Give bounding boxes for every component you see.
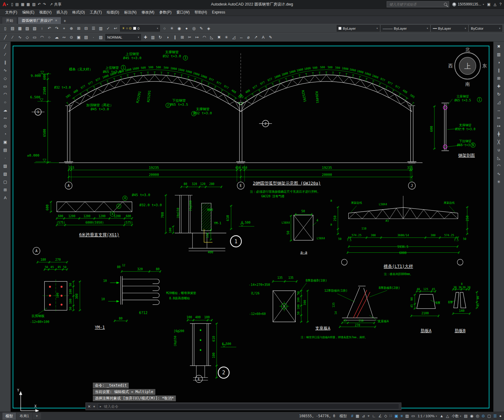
construction-line-icon[interactable]: ∕ xyxy=(2,51,9,58)
redo-icon[interactable]: ↷ xyxy=(43,2,46,6)
share-button[interactable]: ↗ 共享 xyxy=(50,2,61,7)
copy-icon[interactable]: ▥ xyxy=(150,34,156,41)
transparency-icon[interactable]: ▨ xyxy=(405,414,409,418)
revision-cloud-icon[interactable]: ☁ xyxy=(2,107,9,113)
annotation-scale-button[interactable]: 1:1 / 100% ▾ xyxy=(418,414,437,418)
new-tab-button[interactable]: + xyxy=(62,18,68,24)
menu-format[interactable]: 格式(O) xyxy=(70,9,87,16)
chamfer-icon[interactable]: ◺ xyxy=(495,155,502,161)
scale-icon[interactable]: ◿ xyxy=(495,99,502,105)
zoom-window-icon[interactable]: ⊞ xyxy=(75,25,82,32)
break-at-point-icon[interactable]: ╋ xyxy=(495,131,502,137)
make-layer-current-icon[interactable]: ✓ xyxy=(105,25,112,32)
graphics-performance-icon[interactable]: ⊙ xyxy=(482,414,485,418)
undo-icon[interactable]: ↶ xyxy=(46,25,53,32)
tab-drawing[interactable]: 圆弧钢管厂房设计* × xyxy=(18,17,61,24)
layout1-tab[interactable]: 布局1 xyxy=(17,413,32,420)
extend-icon[interactable]: ↦ xyxy=(495,123,502,129)
ellipse-arc-icon[interactable]: ◔ xyxy=(2,131,9,137)
layer-on-icon[interactable]: ○ xyxy=(161,25,168,32)
menu-tools[interactable]: 工具(T) xyxy=(88,9,104,16)
menu-help[interactable]: 帮助(H) xyxy=(192,9,209,16)
point-icon[interactable]: ∙ xyxy=(2,155,9,161)
menu-insert[interactable]: 插入(I) xyxy=(54,9,69,16)
layer-isolate-icon[interactable]: ◎ xyxy=(191,25,197,32)
spline-icon[interactable]: ∾ xyxy=(2,115,9,121)
match-properties-icon[interactable]: ✎ xyxy=(267,34,274,41)
copy-icon[interactable]: ▥ xyxy=(495,51,502,58)
menu-parametric[interactable]: 参数(P) xyxy=(157,9,174,16)
object-snap-icon[interactable]: ▣ xyxy=(395,414,398,418)
trim-icon[interactable]: ✂ xyxy=(186,34,193,41)
layer-lock-icon[interactable]: ◉ xyxy=(176,25,183,32)
save-icon[interactable]: ▦ xyxy=(17,25,23,32)
menu-express[interactable]: Express xyxy=(210,9,227,15)
chamfer-icon[interactable]: ◺ xyxy=(208,34,215,41)
construction-line-icon[interactable]: ∕ xyxy=(9,34,16,41)
point-icon[interactable]: ∙ xyxy=(90,34,97,41)
drawing-canvas[interactable]: 5854889779779771000100010001000100050050… xyxy=(11,42,493,412)
array-icon[interactable]: ⊞ xyxy=(495,75,502,81)
selection-cycling-icon[interactable]: ▭ xyxy=(411,414,415,418)
array-icon[interactable]: ⊞ xyxy=(179,34,186,41)
line-icon[interactable]: ╱ xyxy=(2,43,9,50)
layer-off-icon[interactable]: ● xyxy=(183,25,190,32)
qnew-icon[interactable]: ▯ xyxy=(11,2,13,6)
menu-window[interactable]: 窗口(W) xyxy=(174,9,192,16)
isolate-objects-icon[interactable]: ◎ xyxy=(476,414,479,418)
explode-icon[interactable]: ✳ xyxy=(223,34,230,41)
layer-walk-icon[interactable]: ◈ xyxy=(205,25,212,32)
polygon-icon[interactable]: ◇ xyxy=(2,75,9,81)
assistant-icon[interactable]: ● xyxy=(499,414,502,418)
plotstyle-combo[interactable]: ByColor ▾ xyxy=(469,25,502,32)
open-icon[interactable]: ▤ xyxy=(15,2,19,6)
mirror-icon[interactable]: ◑ xyxy=(164,34,171,41)
rectangle-icon[interactable]: ▭ xyxy=(2,83,9,89)
ellipse-icon[interactable]: ⊙ xyxy=(2,123,9,129)
polygon-icon[interactable]: ◇ xyxy=(24,34,31,41)
line-icon[interactable]: ╱ xyxy=(2,34,9,41)
color-combo[interactable]: ByLayer ▾ xyxy=(337,25,380,32)
menu-dimension[interactable]: 标注(N) xyxy=(122,9,139,16)
dynamic-input-icon[interactable]: + xyxy=(367,414,369,418)
infer-constraints-icon[interactable]: ⊿ xyxy=(362,414,365,418)
hatch-icon[interactable]: ▨ xyxy=(2,163,9,169)
open-icon[interactable]: ▤ xyxy=(9,25,16,32)
qnew-icon[interactable]: ▯ xyxy=(2,25,9,32)
annotation-visibility-icon[interactable]: ▲ xyxy=(440,414,443,418)
menu-edit[interactable]: 编辑(E) xyxy=(20,9,36,16)
model-space-button[interactable]: 模型 xyxy=(338,413,348,419)
rotate-icon[interactable]: ↻ xyxy=(495,91,502,97)
gradient-icon[interactable]: ▧ xyxy=(2,171,9,177)
text-style-combo[interactable]: NORMAL ▾ xyxy=(105,34,141,40)
extend-icon[interactable]: ↦ xyxy=(194,34,200,41)
circle-icon[interactable]: ○ xyxy=(2,99,9,105)
erase-icon[interactable]: ✖ xyxy=(495,43,502,50)
arc-icon[interactable]: ◠ xyxy=(2,91,9,97)
spline-icon[interactable]: ∾ xyxy=(61,34,67,41)
plot-preview-icon[interactable]: ▧ xyxy=(31,25,38,32)
model-tab[interactable]: 模型 xyxy=(2,413,16,420)
menu-modify[interactable]: 修改(M) xyxy=(139,9,157,16)
stretch-icon[interactable]: ↔ xyxy=(238,34,244,41)
mirror-icon[interactable]: ◑ xyxy=(495,59,502,66)
layer-combo[interactable]: ☀○⊙ 0 ▾ xyxy=(120,25,160,32)
arc-icon[interactable]: ◠ xyxy=(39,34,45,41)
grid-icon[interactable]: # xyxy=(351,414,353,418)
command-input[interactable] xyxy=(103,404,397,409)
command-customize-icon[interactable]: ⌖ xyxy=(93,404,95,409)
properties-palette-icon[interactable]: ☰ xyxy=(90,25,97,32)
close-tab-icon[interactable]: × xyxy=(55,18,57,23)
multiline-icon[interactable]: ∥ xyxy=(2,59,9,66)
saveas-icon[interactable]: ▩ xyxy=(27,2,30,6)
move-icon[interactable]: ✚ xyxy=(495,83,502,89)
move-icon[interactable]: ✚ xyxy=(142,34,149,41)
plot-icon[interactable]: ▨ xyxy=(24,25,31,32)
help-icon[interactable]: ? xyxy=(499,2,502,6)
make-block-icon[interactable]: ▤ xyxy=(2,147,9,153)
notification-icon[interactable]: ◬ xyxy=(494,2,496,6)
match-properties-icon[interactable]: ✎ xyxy=(198,25,205,32)
undo-icon[interactable]: ↶ xyxy=(38,2,41,6)
insert-block-icon[interactable]: ▣ xyxy=(2,139,9,145)
menu-file[interactable]: 文件(F) xyxy=(3,9,19,16)
